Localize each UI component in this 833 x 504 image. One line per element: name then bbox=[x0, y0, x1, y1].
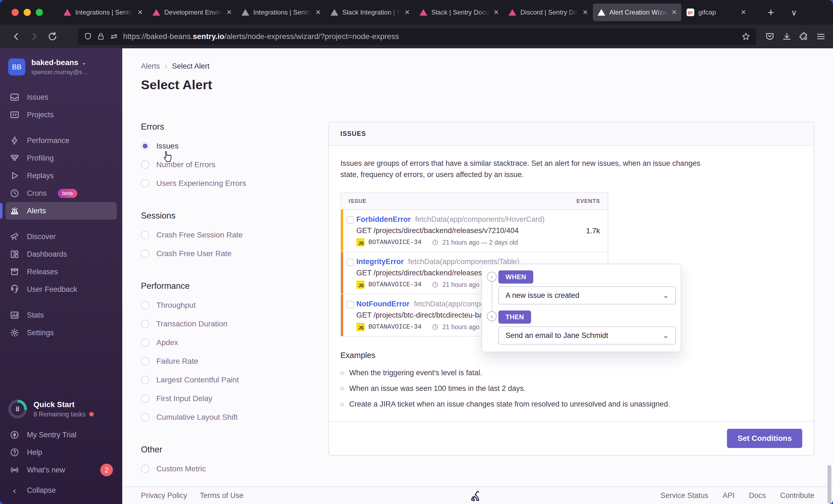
sidebar-item-crons[interactable]: Crons beta bbox=[5, 184, 117, 202]
page-title: Select Alert bbox=[141, 77, 814, 92]
tab-close-icon[interactable]: ✕ bbox=[315, 8, 321, 16]
radio-icon[interactable] bbox=[141, 413, 149, 421]
issue-title-link[interactable]: ForbiddenError bbox=[356, 215, 411, 223]
tab-development-environment[interactable]: Development Enviro ✕ bbox=[148, 4, 236, 21]
terms-of-use-link[interactable]: Terms of Use bbox=[200, 492, 243, 500]
sidebar-item-stats[interactable]: Stats bbox=[5, 306, 117, 324]
tab-slack-integration[interactable]: Slack Integration | S ✕ bbox=[326, 4, 414, 21]
tab-close-icon[interactable]: ✕ bbox=[582, 8, 588, 16]
privacy-policy-link[interactable]: Privacy Policy bbox=[141, 492, 187, 500]
then-action-select[interactable]: Send an email to Jane Schmidt ⌄ bbox=[498, 326, 676, 345]
service-status-link[interactable]: Service Status bbox=[661, 492, 708, 500]
issue-row-forbiddenerror[interactable]: ForbiddenErrorfetchData(app/components/H… bbox=[341, 210, 608, 252]
beta-badge: beta bbox=[58, 189, 77, 198]
sidebar-item-alerts[interactable]: Alerts bbox=[5, 202, 117, 220]
radio-option-throughput[interactable]: Throughput bbox=[141, 301, 316, 310]
extensions-puzzle-icon[interactable] bbox=[799, 31, 809, 42]
radio-icon[interactable] bbox=[141, 160, 149, 169]
tab-close-icon[interactable]: ✕ bbox=[404, 8, 410, 16]
sidebar-item-settings[interactable]: Settings bbox=[5, 324, 117, 342]
radio-icon[interactable] bbox=[141, 338, 149, 347]
tab-close-icon[interactable]: ✕ bbox=[671, 8, 677, 16]
radio-option-largest-contentful-paint[interactable]: Largest Contentful Paint bbox=[141, 376, 316, 384]
radio-icon[interactable] bbox=[141, 179, 149, 187]
sidebar-item-performance[interactable]: Performance bbox=[5, 132, 117, 149]
radio-option-issues[interactable]: Issues bbox=[141, 142, 316, 150]
radio-option-custom-metric[interactable]: Custom Metric bbox=[141, 464, 316, 473]
tab-integrations-2[interactable]: Integrations | Sentry ✕ bbox=[237, 4, 325, 21]
radio-icon[interactable] bbox=[141, 465, 149, 473]
tab-title: Discord | Sentry Do bbox=[520, 8, 578, 16]
issue-project-slug: BOTANAVOICE-34 bbox=[368, 281, 422, 288]
org-switcher[interactable]: BB baked-beans⌄ spencer.murray@s… bbox=[5, 58, 117, 76]
docs-link[interactable]: Docs bbox=[749, 492, 766, 500]
tracking-protection-shield-icon[interactable] bbox=[84, 32, 92, 41]
contribute-link[interactable]: Contribute bbox=[780, 492, 814, 500]
when-condition-select[interactable]: A new issue is created ⌄ bbox=[498, 286, 676, 304]
quick-start-panel[interactable]: 8 Quick Start 8 Remaining tasks bbox=[5, 400, 117, 418]
radio-option-transaction-duration[interactable]: Transaction Duration bbox=[141, 320, 316, 328]
tab-close-icon[interactable]: ✕ bbox=[137, 8, 143, 16]
tab-slack-docs[interactable]: Slack | Sentry Docu ✕ bbox=[415, 4, 503, 21]
tab-gifcap[interactable]: gc gifcap ✕ bbox=[682, 4, 751, 21]
radio-icon[interactable] bbox=[141, 357, 149, 366]
bookmark-star-icon[interactable] bbox=[741, 32, 751, 41]
sidebar-item-profiling[interactable]: Profiling bbox=[5, 149, 117, 167]
radio-option-apdex[interactable]: Apdex bbox=[141, 338, 316, 347]
pocket-icon[interactable] bbox=[765, 31, 775, 42]
radio-icon[interactable] bbox=[141, 250, 149, 258]
minimize-window-button[interactable] bbox=[24, 9, 31, 16]
radio-icon[interactable] bbox=[141, 301, 149, 309]
set-conditions-button[interactable]: Set Conditions bbox=[727, 429, 802, 448]
issue-title-link[interactable]: NotFoundError bbox=[356, 300, 409, 308]
row-checkbox[interactable] bbox=[347, 259, 354, 266]
sidebar-item-releases[interactable]: Releases bbox=[5, 263, 117, 281]
back-button[interactable] bbox=[8, 29, 24, 45]
tab-integrations-1[interactable]: Integrations | Sentry ✕ bbox=[59, 4, 147, 21]
vertical-scrollbar-thumb[interactable] bbox=[828, 465, 831, 503]
breadcrumb-alerts-link[interactable]: Alerts bbox=[141, 62, 160, 71]
radio-option-failure-rate[interactable]: Failure Rate bbox=[141, 357, 316, 366]
reload-button[interactable] bbox=[45, 29, 61, 45]
close-window-button[interactable] bbox=[11, 9, 19, 16]
radio-option-first-input-delay[interactable]: First Input Delay bbox=[141, 394, 316, 403]
issue-title-link[interactable]: IntegrityError bbox=[356, 257, 404, 266]
radio-icon[interactable] bbox=[141, 320, 149, 328]
tab-close-icon[interactable]: ✕ bbox=[494, 8, 499, 16]
row-checkbox[interactable] bbox=[347, 216, 354, 224]
api-link[interactable]: API bbox=[722, 492, 735, 500]
list-tabs-button[interactable]: ∨ bbox=[786, 5, 802, 20]
forward-button[interactable] bbox=[26, 29, 42, 45]
sidebar-collapse-button[interactable]: ‹ Collapse bbox=[5, 481, 117, 499]
downloads-icon[interactable] bbox=[782, 31, 792, 42]
sidebar-item-my-sentry-trial[interactable]: My Sentry Trial bbox=[5, 426, 117, 444]
sidebar-item-discover[interactable]: Discover bbox=[5, 228, 117, 245]
menu-hamburger-icon[interactable] bbox=[816, 31, 826, 42]
sidebar-item-help[interactable]: Help bbox=[5, 444, 117, 461]
tab-close-icon[interactable]: ✕ bbox=[227, 8, 232, 16]
sidebar-item-issues[interactable]: Issues bbox=[5, 89, 117, 106]
tab-alert-creation-wizard[interactable]: Alert Creation Wizar ✕ bbox=[593, 4, 681, 21]
radio-option-cumulative-layout-shift[interactable]: Cumulative Layout Shift bbox=[141, 413, 316, 422]
sidebar-item-whats-new[interactable]: What's new 2 bbox=[5, 461, 117, 479]
radio-icon[interactable] bbox=[141, 376, 149, 384]
permissions-icon[interactable] bbox=[109, 32, 119, 41]
radio-icon[interactable] bbox=[141, 231, 149, 239]
row-checkbox[interactable] bbox=[347, 301, 354, 308]
new-tab-button[interactable]: + bbox=[763, 5, 779, 20]
sidebar-item-user-feedback[interactable]: User Feedback bbox=[5, 281, 117, 298]
radio-option-crash-free-session-rate[interactable]: Crash Free Session Rate bbox=[141, 231, 316, 240]
zoom-window-button[interactable] bbox=[36, 9, 43, 16]
lock-icon[interactable] bbox=[97, 32, 105, 41]
radio-option-crash-free-user-rate[interactable]: Crash Free User Rate bbox=[141, 249, 316, 258]
tab-close-icon[interactable]: ✕ bbox=[741, 8, 746, 16]
sidebar-item-dashboards[interactable]: Dashboards bbox=[5, 245, 117, 263]
radio-option-users-experiencing-errors[interactable]: Users Experiencing Errors bbox=[141, 179, 316, 188]
address-bar[interactable]: https://baked-beans.sentry.io/alerts/nod… bbox=[78, 28, 756, 45]
url-text[interactable]: https://baked-beans.sentry.io/alerts/nod… bbox=[123, 32, 737, 41]
radio-icon[interactable] bbox=[141, 395, 149, 403]
sidebar-item-replays[interactable]: Replays bbox=[5, 167, 117, 184]
radio-icon[interactable] bbox=[141, 142, 149, 150]
sidebar-item-projects[interactable]: Projects bbox=[5, 106, 117, 124]
tab-discord-docs[interactable]: Discord | Sentry Do ✕ bbox=[504, 4, 592, 21]
